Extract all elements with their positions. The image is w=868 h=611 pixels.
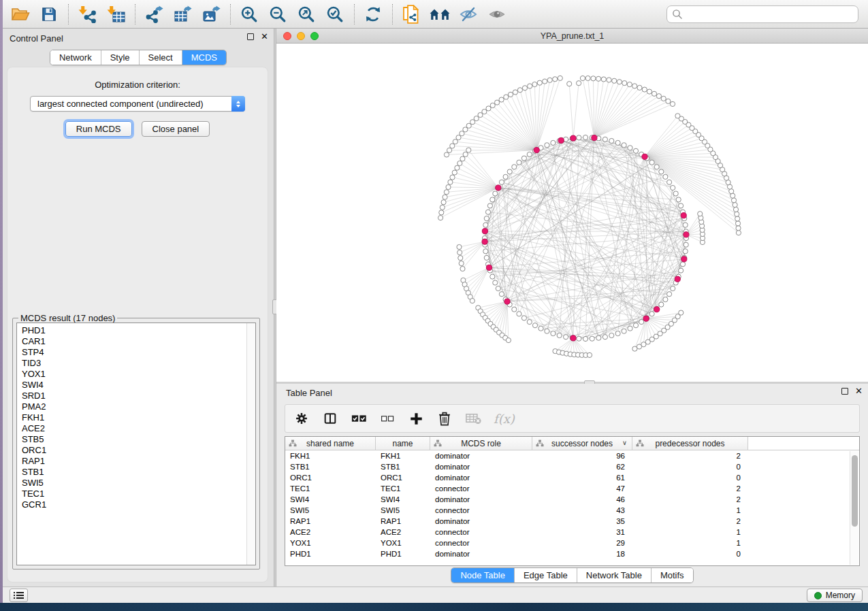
save-session-icon[interactable]: [37, 3, 61, 26]
mcds-result-item[interactable]: TEC1: [22, 489, 246, 499]
export-table-icon[interactable]: [170, 3, 195, 26]
mcds-result-item[interactable]: SWI5: [22, 478, 246, 489]
mcds-result-item[interactable]: STB5: [22, 434, 246, 445]
table-cell: 2: [632, 483, 748, 494]
zoom-in-icon[interactable]: [237, 3, 261, 26]
tab-node-table[interactable]: Node Table: [451, 568, 514, 582]
control-panel-header: Control Panel ✕: [3, 29, 274, 48]
table-cell: 31: [532, 527, 632, 538]
mcds-result-group: MCDS result (17 nodes) PHD1CAR1STP4TID3Y…: [12, 318, 260, 569]
table-row[interactable]: TEC1TEC1connector472: [285, 483, 859, 494]
mcds-result-item[interactable]: PMA2: [22, 401, 246, 412]
table-cell: connector: [430, 527, 532, 538]
table-scrollbar-thumb[interactable]: [852, 455, 858, 527]
table-row[interactable]: PHD1PHD1dominator180: [285, 548, 859, 559]
table-cell: 2: [632, 450, 748, 461]
control-panel-title: Control Panel: [10, 33, 63, 44]
node-table-header-row: shared namenameMCDS rolesuccessor nodes∨…: [285, 437, 859, 450]
table-cell: STB1: [376, 461, 430, 472]
mcds-result-item[interactable]: SWI4: [22, 380, 246, 391]
run-mcds-button[interactable]: Run MCDS: [65, 121, 132, 137]
table-cell: PHD1: [376, 548, 430, 559]
split-panel-icon[interactable]: [322, 410, 338, 427]
search-input[interactable]: [666, 5, 858, 23]
zoom-selected-icon[interactable]: [323, 3, 347, 26]
mcds-result-item[interactable]: GCR1: [22, 499, 246, 510]
tab-select[interactable]: Select: [139, 50, 182, 65]
column-header-MCDS-role[interactable]: MCDS role: [430, 437, 532, 450]
mcds-result-item[interactable]: FKH1: [22, 412, 246, 423]
export-network-icon[interactable]: [142, 3, 166, 26]
tab-motifs[interactable]: Motifs: [651, 568, 693, 582]
table-cell: PHD1: [285, 548, 376, 559]
mcds-result-item[interactable]: ORC1: [22, 445, 246, 456]
network-canvas[interactable]: [276, 44, 868, 382]
table-cell: 1: [632, 527, 748, 538]
import-network-icon[interactable]: [75, 3, 99, 26]
table-cell: 62: [532, 461, 632, 472]
table-row[interactable]: RAP1RAP1dominator352: [285, 516, 859, 527]
mcds-result-item[interactable]: TID3: [22, 358, 246, 369]
mcds-result-item[interactable]: CAR1: [22, 336, 246, 347]
table-cell: connector: [430, 538, 532, 548]
mcds-result-scrollbar[interactable]: [246, 323, 255, 565]
select-all-icon[interactable]: [351, 410, 367, 427]
tab-mcds[interactable]: MCDS: [182, 50, 226, 65]
float-panel-icon[interactable]: [247, 33, 254, 40]
close-panel-icon[interactable]: ✕: [261, 33, 268, 40]
network-document-icon[interactable]: [399, 3, 423, 26]
tab-edge-table[interactable]: Edge Table: [514, 568, 577, 582]
mcds-result-item[interactable]: STB1: [22, 467, 246, 478]
add-column-icon[interactable]: [408, 410, 424, 427]
table-row[interactable]: STB1STB1dominator620: [285, 461, 859, 472]
gear-icon[interactable]: [293, 410, 310, 427]
mcds-result-item[interactable]: YOX1: [22, 369, 246, 380]
close-panel-button[interactable]: Close panel: [142, 121, 210, 137]
mcds-result-list[interactable]: PHD1CAR1STP4TID3YOX1SWI4SRD1PMA2FKH1ACE2…: [16, 323, 256, 565]
close-table-panel-icon[interactable]: ✕: [855, 388, 863, 395]
refresh-icon[interactable]: [361, 3, 385, 26]
column-header-predecessor-nodes[interactable]: predecessor nodes: [632, 437, 748, 450]
zoom-fit-icon[interactable]: [294, 3, 319, 26]
table-panel-tabs: Node TableEdge TableNetwork TableMotifs: [451, 567, 693, 583]
open-session-icon[interactable]: [8, 3, 33, 26]
mcds-result-item[interactable]: RAP1: [22, 456, 246, 467]
table-row[interactable]: FKH1FKH1dominator962: [285, 450, 859, 461]
network-graph[interactable]: [276, 44, 868, 382]
delete-column-icon[interactable]: [436, 410, 453, 427]
tab-network-table[interactable]: Network Table: [577, 568, 651, 582]
table-cell: 46: [532, 494, 632, 505]
table-row[interactable]: ACE2ACE2connector311: [285, 527, 859, 538]
table-cell: ORC1: [285, 472, 376, 483]
mcds-result-item[interactable]: SRD1: [22, 391, 246, 401]
float-table-panel-icon[interactable]: [841, 388, 848, 395]
tab-network[interactable]: Network: [50, 50, 101, 65]
table-row[interactable]: YOX1YOX1connector291: [285, 538, 859, 548]
mcds-result-item[interactable]: STP4: [22, 347, 246, 358]
zoom-out-icon[interactable]: [266, 3, 290, 26]
hide-selected-icon[interactable]: [456, 3, 481, 26]
memory-button[interactable]: Memory: [807, 589, 863, 602]
first-neighbors-icon[interactable]: [428, 3, 452, 26]
table-cell: 43: [532, 505, 632, 516]
optimization-criterion-dropdown[interactable]: largest connected component (undirected): [30, 96, 245, 112]
table-cell: dominator: [430, 461, 532, 472]
mcds-result-item[interactable]: ACE2: [22, 423, 246, 434]
export-image-icon[interactable]: [199, 3, 223, 26]
network-window-titlebar[interactable]: YPA_prune.txt_1: [276, 29, 868, 44]
deselect-all-icon[interactable]: [379, 410, 396, 427]
import-table-icon[interactable]: [103, 3, 128, 26]
column-header-label: predecessor nodes: [655, 439, 724, 448]
column-header-name[interactable]: name: [376, 437, 430, 450]
sort-indicator-icon: ∨: [622, 439, 627, 446]
table-row[interactable]: SWI4SWI4dominator462: [285, 494, 859, 505]
column-header-shared-name[interactable]: shared name: [285, 437, 376, 450]
table-row[interactable]: SWI5SWI5connector431: [285, 505, 859, 516]
tab-style[interactable]: Style: [101, 50, 139, 65]
show-panels-list-button[interactable]: [10, 589, 28, 602]
mcds-result-item[interactable]: PHD1: [22, 325, 246, 336]
main-toolbar: [3, 0, 868, 29]
table-row[interactable]: ORC1ORC1dominator610: [285, 472, 859, 483]
column-header-successor-nodes[interactable]: successor nodes∨: [532, 437, 632, 450]
table-scrollbar[interactable]: [850, 451, 858, 565]
